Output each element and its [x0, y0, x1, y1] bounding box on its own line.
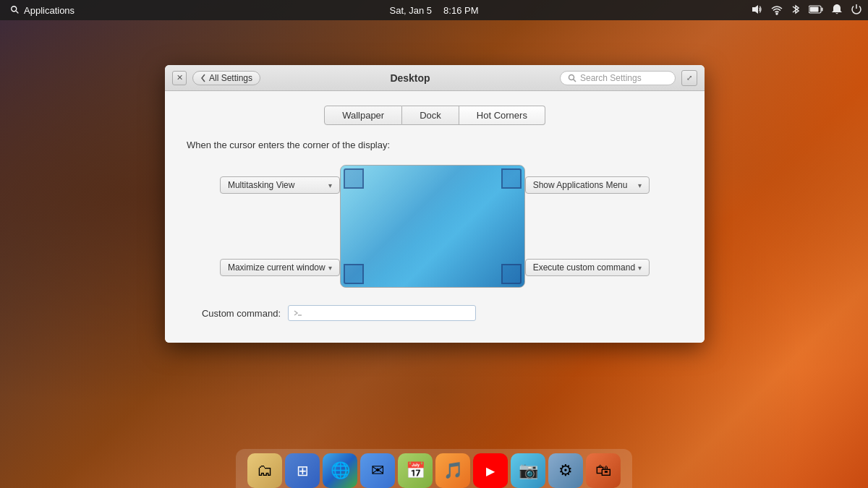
panel-date: Sat, Jan 5: [390, 5, 433, 16]
dock: 🗂 ⊞ 🌐 ✉ 📅 🎵 ▶ 📷 ⚙ 🛍: [236, 449, 632, 488]
dock-item-prefs[interactable]: ⚙: [548, 453, 583, 488]
photos-icon: 📷: [519, 461, 538, 480]
tab-wallpaper[interactable]: Wallpaper: [324, 106, 402, 125]
globe-icon: 🌐: [331, 461, 350, 480]
volume-icon[interactable]: [751, 4, 762, 17]
back-arrow-icon: [200, 74, 206, 82]
svg-line-1: [16, 11, 18, 13]
settings-window: ✕ All Settings Desktop Search Settings ⤢: [165, 65, 705, 343]
corner-indicator-br: [501, 264, 522, 284]
top-right-arrow-icon: ▾: [638, 181, 642, 189]
search-placeholder: Search Settings: [580, 73, 642, 83]
custom-command-row: Custom command:: [187, 305, 683, 321]
search-icon: [568, 74, 576, 82]
search-box[interactable]: Search Settings: [560, 71, 676, 85]
hot-corners-description: When the cursor enters the corner of the…: [187, 140, 683, 150]
expand-icon: ⤢: [686, 74, 692, 82]
svg-point-3: [776, 13, 778, 14]
notification-icon[interactable]: [832, 4, 842, 17]
titlebar-right: Search Settings ⤢: [560, 70, 697, 86]
tab-hot-corners[interactable]: Hot Corners: [459, 106, 545, 125]
dock-item-mail[interactable]: ✉: [360, 453, 395, 488]
top-panel: Applications Sat, Jan 5 8:16 PM: [0, 0, 868, 20]
dock-item-calendar[interactable]: 📅: [398, 453, 433, 488]
dock-item-store[interactable]: 🛍: [586, 453, 621, 488]
expand-button[interactable]: ⤢: [681, 70, 697, 86]
dock-item-browser[interactable]: 🌐: [323, 453, 357, 488]
svg-point-0: [12, 7, 17, 12]
bottom-left-arrow-icon: ▾: [328, 264, 332, 272]
custom-command-input[interactable]: [306, 308, 471, 318]
corner-display-monitor: [340, 165, 525, 288]
mail-icon: ✉: [371, 461, 384, 480]
panel-left: Applications: [6, 4, 79, 17]
window-body: Wallpaper Dock Hot Corners When the curs…: [165, 91, 705, 343]
panel-time: 8:16 PM: [443, 5, 478, 16]
dock-item-windows[interactable]: ⊞: [285, 453, 320, 488]
dock-item-files[interactable]: 🗂: [247, 453, 282, 488]
custom-command-label: Custom command:: [187, 308, 281, 319]
top-left-arrow-icon: ▾: [328, 181, 332, 189]
dock-item-photos[interactable]: 📷: [511, 453, 545, 488]
calendar-icon: 📅: [406, 461, 425, 480]
top-right-dropdown[interactable]: Show Applications Menu ▾: [525, 176, 650, 194]
svg-point-7: [569, 74, 574, 80]
terminal-icon: [293, 308, 303, 318]
bottom-right-dropdown[interactable]: Execute custom command ▾: [525, 259, 650, 276]
titlebar-left: ✕ All Settings: [172, 71, 260, 85]
applications-label: Applications: [24, 5, 75, 16]
close-button[interactable]: ✕: [172, 71, 187, 85]
top-right-value: Show Applications Menu: [533, 180, 628, 190]
bottom-right-value: Execute custom command: [533, 262, 635, 273]
right-corner-selects: Show Applications Menu ▾ Execute custom …: [525, 176, 650, 276]
close-icon: ✕: [176, 73, 183, 82]
dock-item-music[interactable]: 🎵: [435, 453, 470, 488]
store-icon: 🛍: [595, 461, 611, 480]
prefs-icon: ⚙: [558, 461, 573, 480]
power-icon[interactable]: [851, 4, 862, 17]
back-label: All Settings: [209, 73, 252, 83]
video-icon: ▶: [473, 453, 508, 488]
corners-area: Multitasking View ▾ Maximize current win…: [187, 165, 683, 288]
search-icon: [10, 5, 20, 15]
tab-dock[interactable]: Dock: [402, 106, 459, 125]
svg-line-8: [573, 79, 576, 82]
window-titlebar: ✕ All Settings Desktop Search Settings ⤢: [165, 65, 705, 91]
files-icon: 🗂: [257, 461, 273, 480]
top-left-dropdown[interactable]: Multitasking View ▾: [220, 176, 340, 194]
left-corner-selects: Multitasking View ▾ Maximize current win…: [220, 176, 340, 276]
panel-right: [751, 4, 862, 17]
svg-rect-6: [810, 7, 819, 12]
top-left-value: Multitasking View: [228, 180, 294, 190]
window-title: Desktop: [390, 72, 430, 84]
music-icon: 🎵: [443, 461, 463, 480]
corner-indicator-tr: [501, 168, 522, 189]
wifi-icon[interactable]: [771, 4, 783, 17]
custom-command-input-wrap: [288, 305, 476, 321]
battery-icon[interactable]: [809, 4, 823, 16]
applications-menu-button[interactable]: Applications: [6, 4, 79, 17]
bluetooth-icon[interactable]: [791, 4, 800, 17]
svg-rect-5: [822, 8, 823, 12]
windows-icon: ⊞: [297, 462, 309, 479]
corner-indicator-tl: [344, 168, 364, 189]
dock-item-video[interactable]: ▶: [473, 453, 508, 488]
corner-indicator-bl: [344, 264, 364, 284]
panel-clock: Sat, Jan 5 8:16 PM: [390, 5, 479, 16]
tab-bar: Wallpaper Dock Hot Corners: [187, 106, 683, 125]
bottom-right-arrow-icon: ▾: [638, 264, 642, 272]
bottom-left-value: Maximize current window: [228, 262, 326, 273]
svg-marker-2: [752, 5, 758, 14]
back-button[interactable]: All Settings: [192, 71, 260, 85]
bottom-left-dropdown[interactable]: Maximize current window ▾: [220, 259, 340, 276]
